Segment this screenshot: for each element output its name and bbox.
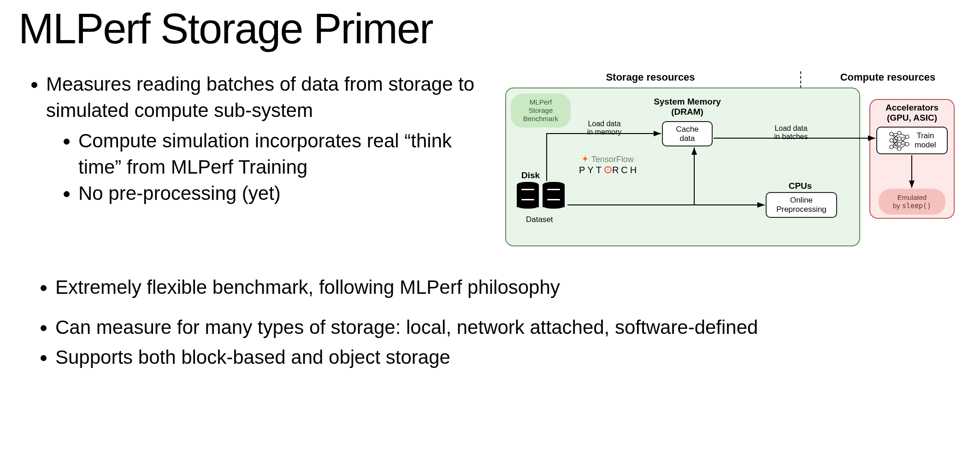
svg-point-24 bbox=[905, 142, 909, 146]
node-cache-data: Cache data bbox=[662, 121, 713, 146]
svg-point-18 bbox=[890, 145, 893, 149]
label-dataset: Dataset bbox=[526, 215, 553, 224]
label-system-memory: System Memory (DRAM) bbox=[646, 97, 729, 117]
svg-point-19 bbox=[897, 131, 901, 135]
disk-icon bbox=[517, 182, 565, 210]
tensorflow-icon: ✦ bbox=[581, 154, 589, 164]
node-online-preprocessing: Online Preprocessing bbox=[766, 192, 837, 218]
bullet-measures-text: Measures reading batches of data from st… bbox=[46, 73, 474, 121]
pytorch-flame-icon: ⵙ bbox=[604, 165, 612, 175]
edge-label-load-memory: Load data in memory bbox=[579, 120, 630, 136]
svg-point-20 bbox=[897, 137, 901, 140]
zone-header-storage: Storage resources bbox=[501, 71, 800, 83]
label-cpus: CPUs bbox=[773, 181, 828, 191]
bullet-measures: Measures reading batches of data from st… bbox=[46, 71, 482, 206]
svg-point-23 bbox=[905, 135, 909, 139]
zone-header-compute: Compute resources bbox=[814, 71, 962, 83]
tensorflow-logo: ✦ TensorFlow bbox=[581, 153, 634, 164]
node-train-model: Train model bbox=[876, 127, 948, 154]
bullet-no-preproc: No pre-processing (yet) bbox=[78, 181, 482, 207]
svg-point-21 bbox=[897, 142, 901, 146]
svg-point-22 bbox=[897, 147, 901, 151]
pytorch-logo: PYTⵙRCH bbox=[579, 164, 639, 175]
svg-point-17 bbox=[890, 139, 893, 142]
bullet-storage-types: Can measure for many types of storage: l… bbox=[55, 314, 962, 341]
bullet-block-object: Supports both block-based and object sto… bbox=[55, 344, 962, 371]
label-accelerators: Accelerators (GPU, ASIC) bbox=[874, 103, 950, 123]
top-bullet-column: Measures reading batches of data from st… bbox=[18, 71, 482, 215]
bullet-flexible: Extremely flexible benchmark, following … bbox=[55, 274, 962, 301]
edge-label-load-batches: Load data in batches bbox=[766, 124, 816, 140]
bullet-compute-sim: Compute simulation incorporates real “th… bbox=[78, 128, 482, 180]
neural-net-icon bbox=[888, 130, 911, 151]
svg-point-16 bbox=[890, 132, 893, 136]
slide-title: MLPerf Storage Primer bbox=[18, 5, 962, 53]
architecture-diagram: Storage resources Compute resources MLPe… bbox=[501, 71, 962, 256]
bottom-bullet-column: Extremely flexible benchmark, following … bbox=[18, 274, 962, 371]
badge-mlperf-storage: MLPerf Storage Benchmark bbox=[511, 93, 571, 128]
badge-emulated-sleep: Emulated by sleep() bbox=[879, 189, 945, 215]
label-disk: Disk bbox=[521, 170, 540, 181]
